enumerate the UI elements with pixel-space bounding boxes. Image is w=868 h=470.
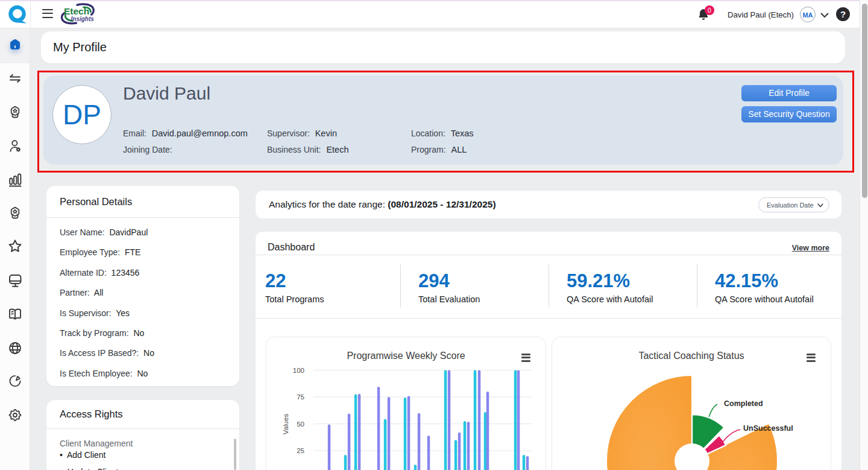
svg-text:25: 25 (297, 447, 304, 454)
svg-text:50: 50 (297, 421, 304, 428)
svg-text:Completed: Completed (724, 399, 763, 408)
svg-text:Etech: Etech (64, 6, 89, 16)
svg-text:UnSuccessful: UnSuccessful (743, 424, 793, 433)
svg-text:75: 75 (297, 393, 304, 401)
svg-text:Insights: Insights (71, 16, 95, 22)
svg-text:100: 100 (293, 367, 304, 374)
svg-text:Values: Values (282, 414, 289, 435)
